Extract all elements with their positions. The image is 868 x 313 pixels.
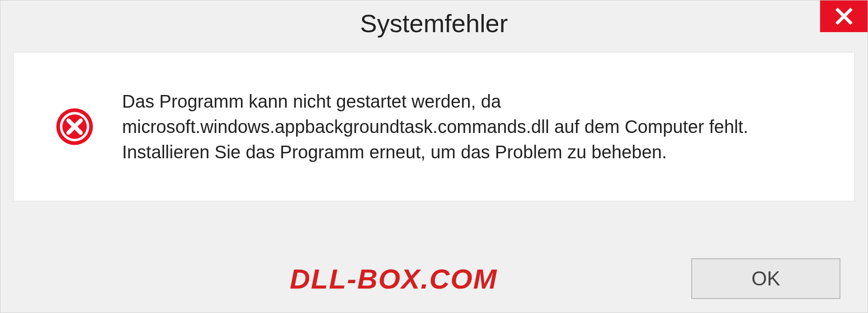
error-icon <box>54 106 95 147</box>
dialog-footer: DLL-BOX.COM OK <box>0 245 868 313</box>
title-bar: Systemfehler <box>0 0 868 46</box>
close-button[interactable] <box>820 0 868 32</box>
watermark-text: DLL-BOX.COM <box>290 263 497 295</box>
message-panel: Das Programm kann nicht gestartet werden… <box>13 52 855 201</box>
dialog-title: Systemfehler <box>360 9 508 38</box>
close-icon <box>835 7 854 26</box>
error-dialog: Systemfehler Das Programm kann nicht ges… <box>0 0 868 313</box>
error-message: Das Programm kann nicht gestartet werden… <box>122 89 827 165</box>
ok-button[interactable]: OK <box>691 258 840 299</box>
